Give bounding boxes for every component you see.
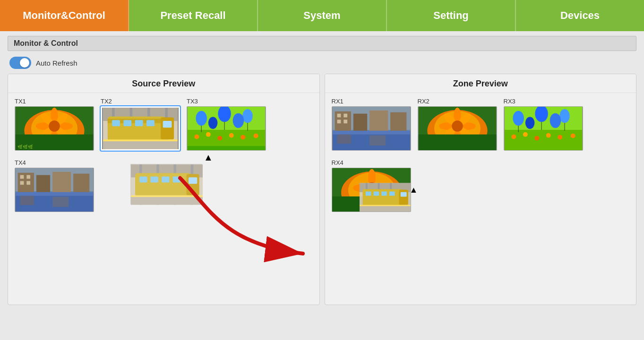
tx2-thumbnail[interactable]: [101, 106, 180, 151]
svg-point-117: [511, 135, 516, 139]
svg-rect-90: [332, 131, 410, 135]
svg-rect-91: [337, 135, 351, 144]
svg-rect-74: [187, 174, 199, 195]
section-title: Monitor & Control: [8, 36, 636, 51]
page-content: Monitor & Control Auto Refresh Source Pr…: [0, 31, 644, 310]
svg-point-12: [49, 120, 60, 131]
panels-container: Source Preview TX1: [8, 74, 636, 305]
auto-refresh-toggle[interactable]: [9, 57, 31, 69]
drag-ghost-source: [130, 164, 202, 204]
rx2-item[interactable]: RX2: [418, 98, 497, 151]
tx3-item[interactable]: TX3: [187, 98, 266, 151]
zone-scroll[interactable]: RX1: [325, 93, 636, 305]
rx3-thumbnail[interactable]: [504, 106, 583, 151]
svg-point-42: [194, 135, 199, 139]
svg-rect-76: [131, 196, 203, 204]
svg-rect-143: [399, 190, 408, 205]
svg-point-105: [452, 120, 463, 131]
toggle-thumb: [20, 58, 29, 68]
source-preview-panel: Source Preview TX1: [8, 74, 320, 305]
svg-rect-57: [20, 181, 24, 185]
svg-rect-54: [73, 174, 89, 194]
svg-rect-108: [504, 130, 582, 150]
svg-rect-58: [26, 181, 30, 185]
svg-rect-70: [139, 177, 147, 183]
svg-text:🌿🌿🌿: 🌿🌿🌿: [17, 144, 33, 150]
svg-point-37: [208, 117, 218, 129]
svg-rect-84: [390, 112, 406, 132]
tx4-item[interactable]: TX4: [15, 159, 94, 212]
svg-rect-86: [343, 114, 347, 118]
svg-point-109: [513, 111, 524, 126]
svg-rect-77: [131, 196, 203, 197]
svg-rect-55: [20, 175, 24, 179]
svg-rect-85: [337, 114, 341, 118]
svg-rect-146: [360, 205, 411, 206]
tx1-label: TX1: [15, 98, 94, 105]
rx3-item[interactable]: RX3: [504, 98, 583, 151]
svg-rect-24: [112, 120, 120, 126]
svg-point-111: [559, 109, 570, 123]
tx1-item[interactable]: TX1: [15, 98, 94, 151]
svg-rect-142: [389, 192, 395, 196]
toggle-track: [9, 57, 31, 69]
zone-preview-title: Zone Preview: [325, 74, 636, 93]
cursor-destination: ▲: [410, 185, 418, 195]
tx4-thumbnail[interactable]: [15, 168, 94, 212]
svg-rect-88: [343, 119, 347, 123]
svg-rect-71: [151, 177, 158, 183]
svg-rect-53: [52, 172, 71, 194]
rx4-item[interactable]: RX4: [332, 159, 411, 212]
svg-point-119: [534, 136, 539, 141]
rx1-thumbnail[interactable]: [332, 106, 411, 151]
tx4-label: TX4: [15, 159, 94, 166]
nav-devices[interactable]: Devices: [516, 0, 644, 31]
rx4-thumbnail[interactable]: [332, 168, 411, 212]
rx2-label: RX2: [418, 98, 497, 105]
svg-rect-106: [418, 135, 496, 150]
rx4-label: RX4: [332, 159, 411, 166]
source-content: TX1: [15, 98, 313, 296]
svg-point-45: [229, 133, 234, 138]
tx3-thumbnail[interactable]: [187, 106, 266, 151]
svg-rect-52: [36, 175, 50, 194]
svg-rect-82: [353, 114, 367, 132]
svg-point-36: [242, 109, 253, 123]
tx2-label: TX2: [101, 98, 180, 105]
svg-point-34: [196, 111, 206, 126]
nav-setting[interactable]: Setting: [387, 0, 516, 31]
svg-rect-60: [16, 192, 93, 196]
svg-point-47: [254, 134, 258, 138]
tx1-thumbnail[interactable]: 🌿🌿🌿: [15, 106, 94, 151]
tx2-item[interactable]: TX2: [101, 98, 180, 151]
svg-rect-145: [360, 206, 411, 212]
svg-rect-72: [162, 177, 169, 183]
source-scroll[interactable]: TX1: [8, 93, 319, 305]
source-preview-title: Source Preview: [8, 74, 319, 93]
svg-rect-62: [52, 197, 69, 207]
svg-rect-75: [189, 178, 197, 184]
svg-rect-139: [365, 192, 371, 196]
svg-point-112: [525, 117, 534, 129]
auto-refresh-row: Auto Refresh: [8, 57, 636, 69]
svg-rect-28: [161, 118, 174, 140]
svg-rect-31: [103, 139, 177, 141]
svg-rect-27: [146, 120, 155, 126]
zone-row-1: RX1: [332, 98, 630, 151]
source-row-1: TX1: [15, 98, 313, 151]
svg-point-121: [558, 135, 562, 140]
rx1-label: RX1: [332, 98, 411, 105]
rx3-label: RX3: [504, 98, 583, 105]
svg-rect-25: [123, 120, 131, 126]
svg-point-44: [217, 136, 222, 141]
nav-preset-recall[interactable]: Preset Recall: [129, 0, 258, 31]
nav-system[interactable]: System: [258, 0, 387, 31]
svg-rect-140: [373, 192, 379, 196]
zone-row-2: RX4: [332, 159, 630, 212]
nav-monitor-control[interactable]: Monitor&Control: [0, 0, 129, 31]
rx1-item[interactable]: RX1: [332, 98, 411, 151]
rx2-thumbnail[interactable]: [418, 106, 497, 151]
cursor-source: ▲: [204, 152, 213, 163]
svg-point-122: [570, 134, 575, 138]
svg-rect-29: [163, 121, 172, 128]
